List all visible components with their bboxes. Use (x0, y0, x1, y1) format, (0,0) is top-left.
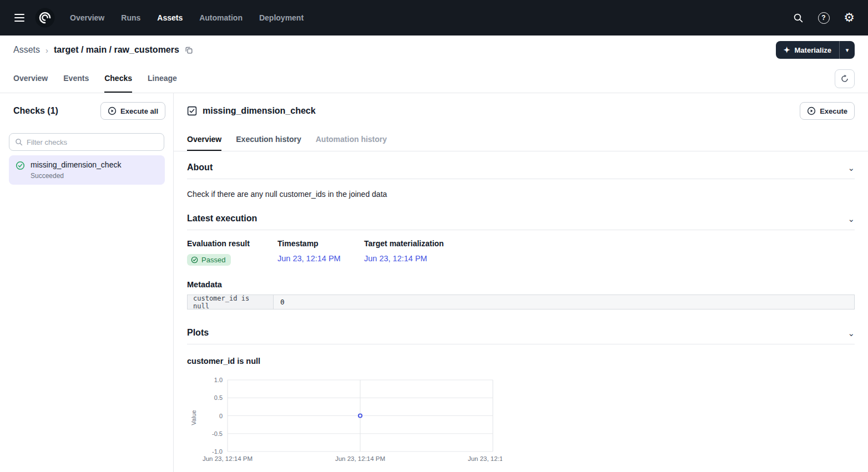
success-check-icon (16, 161, 25, 170)
check-name: missing_dimension_check (31, 160, 121, 170)
detail-tab-overview[interactable]: Overview (187, 129, 221, 151)
hamburger-menu-icon[interactable] (10, 8, 29, 27)
check-detail-title: missing_dimension_check (203, 106, 316, 116)
plot-title: customer_id is null (187, 357, 855, 366)
evaluation-result-label: Evaluation result (187, 239, 277, 248)
breadcrumb-asset-path: target / main / raw_customers (54, 45, 179, 55)
caret-down-icon: ▾ (846, 47, 849, 53)
magnifier-glyph (793, 13, 804, 23)
breadcrumb-assets-link[interactable]: Assets (13, 45, 40, 55)
nav-deployment[interactable]: Deployment (259, 13, 304, 22)
breadcrumb-row: Assets › target / main / raw_customers ✦… (0, 35, 868, 64)
refresh-glyph (840, 74, 849, 83)
search-small-icon (15, 138, 23, 146)
execute-button[interactable]: Execute (800, 102, 855, 120)
plots-collapse-chevron-icon[interactable]: ⌄ (847, 329, 855, 337)
nav-automation[interactable]: Automation (199, 13, 243, 22)
detail-tab-execution-history[interactable]: Execution history (236, 129, 301, 151)
search-icon[interactable] (789, 9, 807, 27)
settings-gear-icon[interactable]: ⚙ (840, 9, 858, 27)
play-circle-icon (108, 106, 117, 115)
y-axis-label: Value (191, 410, 197, 425)
copy-icon[interactable] (185, 46, 193, 54)
checks-count-title: Checks (1) (13, 106, 58, 116)
execute-all-button[interactable]: Execute all (100, 102, 165, 120)
svg-text:Jun 23, 12:14 PM: Jun 23, 12:14 PM (335, 455, 385, 462)
nav-overview[interactable]: Overview (70, 13, 104, 22)
metadata-key: customer_id is null (188, 295, 274, 309)
data-point (359, 414, 362, 417)
checks-sidebar: Checks (1) Execute all missing_d (0, 93, 174, 472)
copy-glyph (185, 46, 193, 54)
plots-heading: Plots (187, 328, 209, 338)
materialize-split-button: ✦ Materialize ▾ (776, 41, 855, 59)
svg-text:0.5: 0.5 (214, 394, 223, 401)
detail-scroll-area: About ⌄ Check if there are any null cust… (174, 151, 868, 471)
nav-assets[interactable]: Assets (157, 13, 183, 22)
help-icon[interactable]: ? (815, 9, 832, 27)
svg-text:0: 0 (219, 413, 223, 419)
scatter-plot-svg: Value (191, 374, 502, 469)
help-glyph: ? (818, 12, 830, 24)
metadata-heading: Metadata (187, 280, 855, 289)
filter-checks-box (9, 133, 164, 151)
metadata-table: customer_id is null 0 (187, 295, 855, 309)
execute-label: Execute (820, 107, 847, 115)
top-nav: Overview Runs Assets Automation Deployme… (0, 0, 868, 35)
play-circle-icon (807, 106, 816, 115)
plots-section-header: Plots ⌄ (187, 328, 855, 344)
about-section-header: About ⌄ (187, 163, 855, 179)
execute-all-label: Execute all (120, 107, 158, 115)
target-materialization-link[interactable]: Jun 23, 12:14 PM (364, 254, 427, 263)
detail-tab-automation-history[interactable]: Automation history (316, 129, 387, 151)
tab-checks[interactable]: Checks (104, 64, 132, 93)
sparkle-icon: ✦ (784, 46, 790, 54)
materialize-button[interactable]: ✦ Materialize (776, 41, 839, 59)
breadcrumb-chevron-icon: › (46, 45, 48, 55)
check-detail-panel: missing_dimension_check Execute Overview… (174, 93, 868, 472)
refresh-icon[interactable] (835, 69, 855, 88)
materialize-dropdown-button[interactable]: ▾ (839, 41, 855, 59)
x-tick-labels: Jun 23, 12:14 PM Jun 23, 12:14 PM Jun 23… (203, 455, 502, 462)
svg-text:-1.0: -1.0 (212, 448, 223, 455)
svg-text:Jun 23, 12:14 PM: Jun 23, 12:14 PM (203, 455, 253, 462)
filter-checks-input[interactable] (27, 138, 158, 146)
check-status: Succeeded (31, 172, 121, 180)
tab-events[interactable]: Events (63, 64, 89, 93)
latest-execution-heading: Latest execution (187, 214, 257, 224)
passed-check-icon (191, 256, 198, 263)
latest-execution-collapse-chevron-icon[interactable]: ⌄ (847, 215, 855, 223)
timestamp-label: Timestamp (277, 239, 364, 248)
passed-badge: Passed (187, 254, 231, 266)
svg-text:Jun 23, 12:14 PM: Jun 23, 12:14 PM (468, 455, 502, 462)
latest-execution-section-header: Latest execution ⌄ (187, 214, 855, 230)
detail-tab-bar: Overview Execution history Automation hi… (174, 129, 868, 151)
value-plot-chart: Value (191, 374, 855, 471)
latest-execution-grid: Evaluation result Passed Timestamp (187, 239, 855, 266)
about-heading: About (187, 163, 213, 172)
gear-glyph: ⚙ (844, 12, 855, 24)
svg-text:-0.5: -0.5 (212, 430, 223, 437)
asset-check-icon (187, 106, 197, 116)
svg-text:1.0: 1.0 (214, 377, 223, 383)
passed-badge-label: Passed (201, 256, 225, 264)
check-list-item[interactable]: missing_dimension_check Succeeded (9, 155, 165, 185)
check-description: Check if there are any null customer_ids… (187, 190, 855, 199)
dagster-logo[interactable] (34, 7, 55, 28)
nav-runs[interactable]: Runs (121, 13, 140, 22)
materialize-label: Materialize (795, 46, 831, 54)
primary-nav: Overview Runs Assets Automation Deployme… (70, 13, 304, 22)
tab-lineage[interactable]: Lineage (148, 64, 177, 93)
main-layout: Checks (1) Execute all missing_d (0, 93, 868, 472)
execution-timestamp-link[interactable]: Jun 23, 12:14 PM (277, 254, 341, 263)
asset-tab-bar: Overview Events Checks Lineage (0, 64, 868, 93)
about-collapse-chevron-icon[interactable]: ⌄ (847, 164, 855, 172)
target-materialization-label: Target materialization (364, 239, 444, 248)
y-tick-labels: 1.0 0.5 0 -0.5 -1.0 (212, 377, 223, 455)
metadata-value: 0 (274, 295, 854, 309)
dagster-logo-icon (34, 7, 55, 28)
tab-overview[interactable]: Overview (13, 64, 48, 93)
